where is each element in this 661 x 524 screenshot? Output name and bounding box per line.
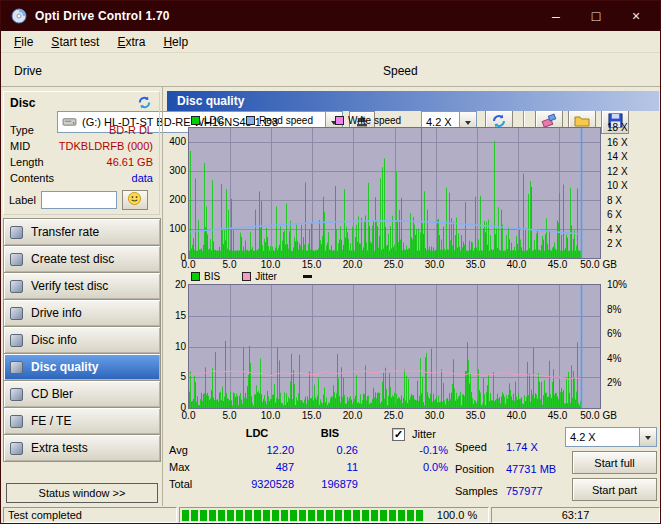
disc-length-label: Length	[10, 156, 44, 168]
nav-button[interactable]: Verify test disc	[3, 272, 161, 300]
close-button[interactable]: ×	[616, 1, 656, 31]
disc-label-input[interactable]	[41, 191, 117, 209]
menu-item[interactable]: Start test	[42, 32, 108, 52]
y-axis-tick: 4 X	[607, 224, 622, 236]
avg-ldc-value: 12.20	[220, 444, 294, 456]
x-axis-tick: 15.0	[291, 259, 332, 270]
disc-type-value: BD-R DL	[109, 124, 153, 136]
position-stat-label: Position	[455, 463, 494, 475]
nav-label: Create test disc	[31, 252, 114, 266]
samples-stat-label: Samples	[455, 485, 498, 497]
menu-bar: FileStart testExtraHelp	[1, 31, 660, 53]
nav-icon	[10, 388, 23, 401]
x-axis-tick: 15.0	[291, 410, 332, 421]
samples-stat-value: 757977	[506, 485, 543, 497]
progress-fill	[182, 510, 424, 521]
nav-label: Drive info	[31, 306, 82, 320]
window-title: Opti Drive Control 1.70	[35, 9, 170, 23]
bis-chart	[188, 284, 601, 409]
ldc-chart	[188, 127, 601, 259]
nav-button[interactable]: Drive info	[3, 299, 161, 327]
speed-stat-value: 1.74 X	[506, 441, 538, 453]
menu-item[interactable]: File	[5, 32, 42, 52]
jitter-checkbox[interactable]: ✓	[392, 428, 405, 441]
menu-item[interactable]: Extra	[108, 32, 154, 52]
app-icon	[11, 8, 27, 24]
total-bis-value: 196879	[302, 478, 358, 490]
disc-length-value: 46.61 GB	[107, 156, 153, 168]
x-axis-tick: 30.0	[414, 410, 455, 421]
y-axis-tick: 10 X	[607, 180, 628, 192]
legend-swatch-icon	[191, 116, 200, 125]
y-axis-tick: 10%	[607, 279, 627, 291]
disc-length-row: Length 46.61 GB	[4, 154, 159, 170]
y-axis-tick: 12 X	[607, 166, 628, 178]
y-axis-tick: 200	[169, 194, 186, 206]
toolbar: Drive (G:) HL-DT-ST BD-RE WH16NS48 1.D3 …	[1, 53, 660, 87]
x-axis-tick: 10.0	[250, 410, 291, 421]
disc-type-label: Type	[10, 124, 34, 136]
legend-label: Jitter	[255, 271, 277, 282]
disc-contents-link[interactable]: data	[132, 172, 153, 184]
nav-button[interactable]: Disc quality	[3, 353, 161, 381]
nav-icon	[10, 415, 23, 428]
nav-label: Disc quality	[31, 360, 98, 374]
start-full-button[interactable]: Start full	[572, 451, 657, 474]
minimize-button[interactable]: –	[536, 1, 576, 31]
avg-bis-value: 0.26	[302, 444, 358, 456]
legend-item: Write speed	[335, 115, 401, 126]
nav-button[interactable]: Extra tests	[3, 434, 161, 462]
nav-icon	[10, 307, 23, 320]
nav-button[interactable]: Create test disc	[3, 245, 161, 273]
progress-bar: 100.0 %	[179, 507, 489, 523]
x-axis-tick: 45.0	[537, 410, 578, 421]
app-window: Opti Drive Control 1.70 – □ × FileStart …	[0, 0, 661, 524]
max-ldc-value: 487	[220, 461, 294, 473]
y-axis-tick: 4%	[607, 353, 621, 365]
x-axis-tick: 30.0	[414, 259, 455, 270]
menu-item[interactable]: Help	[154, 32, 197, 52]
legend-swatch-icon	[242, 272, 251, 281]
x-axis-tick: 0.0	[168, 410, 209, 421]
maximize-button[interactable]: □	[576, 1, 616, 31]
legend-swatch-icon	[191, 272, 200, 281]
x-axis-tick: 20.0	[332, 259, 373, 270]
refresh-disc-button[interactable]	[133, 94, 155, 114]
disc-contents-row: Contents data	[4, 170, 159, 186]
main-panel: Disc quality LDC Read speed Write speed …	[162, 87, 661, 506]
total-ldc-value: 9320528	[220, 478, 294, 490]
x-axis-tick: 50.0 GB	[578, 259, 619, 270]
speed-stat-label: Speed	[455, 441, 487, 453]
disc-label-button[interactable]	[122, 190, 148, 210]
y-axis-tick: 400	[169, 136, 186, 148]
nav-label: FE / TE	[31, 414, 71, 428]
x-axis-tick: 0.0	[168, 259, 209, 270]
x-axis-tick: 25.0	[373, 259, 414, 270]
y-axis-tick: 10	[175, 341, 186, 353]
test-speed-select-arrow[interactable]	[639, 428, 656, 446]
x-axis-tick: 25.0	[373, 410, 414, 421]
total-row-label: Total	[169, 478, 214, 490]
disc-type-row: Type BD-R DL	[4, 122, 159, 138]
y-axis-tick: 8 X	[607, 195, 622, 207]
nav-button[interactable]: CD Bler	[3, 380, 161, 408]
test-speed-select[interactable]: 4.2 X	[565, 427, 657, 447]
y-axis-tick: 16 X	[607, 137, 628, 149]
disc-mid-row: MID TDKBLDRFB (000)	[4, 138, 159, 154]
nav-label: Verify test disc	[31, 279, 108, 293]
avg-row-label: Avg	[169, 444, 214, 456]
x-axis-tick: 50.0 GB	[578, 410, 619, 421]
nav-button[interactable]: FE / TE	[3, 407, 161, 435]
nav-button[interactable]: Transfer rate	[3, 218, 161, 246]
drive-label: Drive	[14, 64, 42, 78]
status-window-button[interactable]: Status window >>	[6, 483, 158, 503]
jitter-value-2: 0.0%	[402, 461, 448, 473]
jitter-value-1: -0.1%	[402, 444, 448, 456]
y-axis-tick: 18 X	[607, 122, 628, 134]
start-part-button[interactable]: Start part	[572, 478, 657, 501]
legend-label: Read speed	[259, 115, 313, 126]
x-axis-tick: 5.0	[209, 410, 250, 421]
y-axis-tick: 6 X	[607, 209, 622, 221]
progress-percent: 100.0 %	[426, 509, 488, 521]
nav-button[interactable]: Disc info	[3, 326, 161, 354]
